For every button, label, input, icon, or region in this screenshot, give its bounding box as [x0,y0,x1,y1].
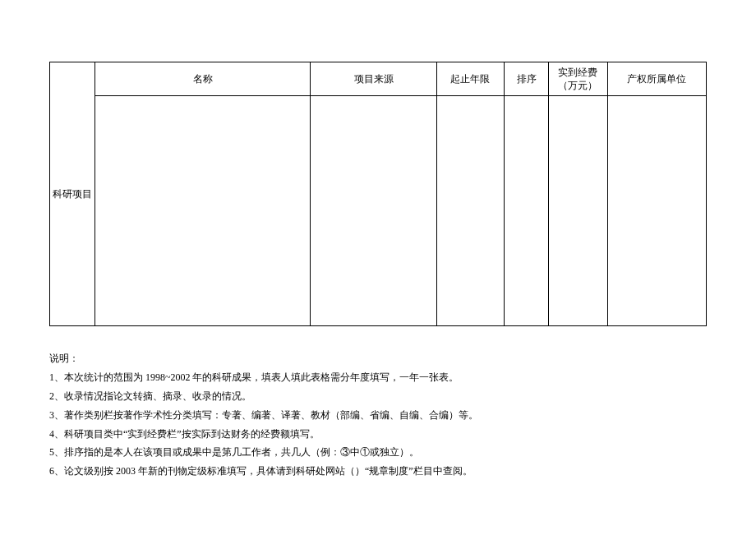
header-source: 项目来源 [311,62,436,96]
row-label-cell: 科研项目 [50,62,95,326]
notes-section: 说明： 1、本次统计的范围为 1998~2002 年的科研成果，填表人填此表格需… [49,349,707,481]
header-owner: 产权所属单位 [607,62,706,96]
cell-name [94,96,311,326]
notes-item: 2、收录情况指论文转摘、摘录、收录的情况。 [49,387,707,406]
notes-item: 3、著作类别栏按著作学术性分类填写：专著、编著、译著、教材（部编、省编、自编、合… [49,406,707,425]
cell-owner [607,96,706,326]
notes-title: 说明： [49,349,707,368]
header-years: 起止年限 [436,62,504,96]
cell-order [504,96,549,326]
document-page: 科研项目 名称 项目来源 起止年限 排序 实到经费（万元） 产权所属单位 说明：… [0,0,756,481]
cell-fund [549,96,607,326]
research-project-table: 科研项目 名称 项目来源 起止年限 排序 实到经费（万元） 产权所属单位 [49,62,707,326]
table-data-row [50,96,707,326]
notes-item: 4、科研项目类中“实到经费栏”按实际到达财务的经费额填写。 [49,425,707,444]
cell-years [436,96,504,326]
notes-item: 5、排序指的是本人在该项目或成果中是第几工作者，共几人（例：③中①或独立）。 [49,443,707,462]
cell-source [311,96,436,326]
header-fund: 实到经费（万元） [549,62,607,96]
table-header-row: 科研项目 名称 项目来源 起止年限 排序 实到经费（万元） 产权所属单位 [50,62,707,96]
header-order: 排序 [504,62,549,96]
header-name: 名称 [94,62,311,96]
notes-item: 1、本次统计的范围为 1998~2002 年的科研成果，填表人填此表格需分年度填… [49,368,707,387]
notes-item: 6、论文级别按 2003 年新的刊物定级标准填写，具体请到科研处网站（）“规章制… [49,462,707,481]
